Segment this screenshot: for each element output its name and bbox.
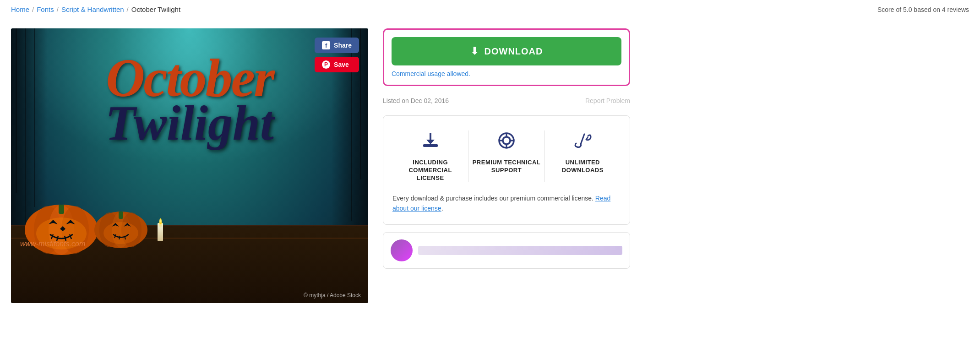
commercial-license-label: INCLUDING COMMERCIALLICENSE (392, 159, 468, 182)
breadcrumb-sep-3: / (127, 5, 129, 13)
main-content: October Twilight f Share P Save www-mist… (0, 19, 641, 312)
save-label: Save (334, 61, 349, 68)
commercial-license-icon (420, 130, 441, 153)
listed-date: Listed on Dec 02, 2016 (383, 97, 449, 104)
breadcrumb-sep-2: / (57, 5, 59, 13)
download-icon: ⬇ (470, 45, 479, 57)
svg-point-18 (103, 222, 138, 244)
share-label: Share (334, 42, 352, 49)
download-section: ⬇ DOWNLOAD Commercial usage allowed. (383, 28, 630, 86)
right-panel: ⬇ DOWNLOAD Commercial usage allowed. Lis… (383, 28, 630, 303)
overlay-buttons: f Share P Save (315, 38, 359, 72)
breadcrumb-category[interactable]: Script & Handwritten (61, 5, 124, 13)
unlimited-downloads-label: UNLIMITED DOWNLOADS (545, 159, 621, 174)
share-button[interactable]: f Share (315, 38, 359, 53)
twilight-text: Twilight (11, 98, 368, 148)
breadcrumb: Home / Fonts / Script & Handwritten / Oc… (0, 0, 980, 19)
watermark-text: www-mistifonts.com (20, 240, 85, 248)
pumpkin-right-svg (91, 195, 151, 250)
font-preview-image: October Twilight f Share P Save www-mist… (11, 28, 368, 303)
license-description: Every download & purchase includes our p… (392, 193, 621, 214)
technical-support-label: PREMIUM TECHNICALSUPPORT (473, 159, 541, 174)
avatar (391, 239, 413, 261)
unlimited-downloads-icon (572, 130, 593, 153)
teaser-content-placeholder (418, 246, 622, 255)
save-button[interactable]: P Save (315, 57, 359, 72)
pinterest-icon: P (322, 60, 330, 69)
download-button[interactable]: ⬇ DOWNLOAD (392, 37, 621, 65)
breadcrumb-home[interactable]: Home (11, 5, 29, 13)
breadcrumb-current: October Twilight (131, 5, 180, 13)
report-problem-link[interactable]: Report Problem (585, 97, 630, 104)
breadcrumb-fonts[interactable]: Fonts (37, 5, 54, 13)
score-text: Score of 5.0 based on 4 reviews (877, 6, 969, 13)
unlimited-downloads-feature: UNLIMITED DOWNLOADS (545, 130, 621, 182)
listed-row: Listed on Dec 02, 2016 Report Problem (383, 93, 630, 108)
technical-support-feature: PREMIUM TECHNICALSUPPORT (468, 130, 544, 182)
license-text-content: Every download & purchase includes our p… (392, 195, 593, 202)
breadcrumb-sep-1: / (32, 5, 34, 13)
commercial-license-feature: INCLUDING COMMERCIALLICENSE (392, 130, 468, 182)
copyright-text: © mythja / Adobe Stock (304, 292, 361, 298)
technical-support-icon (496, 130, 517, 153)
features-box: INCLUDING COMMERCIALLICENSE (383, 115, 630, 225)
svg-point-26 (503, 137, 510, 144)
svg-rect-24 (423, 144, 438, 147)
svg-rect-4 (59, 205, 64, 214)
bottom-teaser (383, 232, 630, 269)
svg-rect-17 (119, 212, 123, 219)
download-label: DOWNLOAD (485, 46, 543, 57)
features-icons-row: INCLUDING COMMERCIALLICENSE (392, 130, 621, 182)
facebook-icon: f (322, 41, 330, 49)
preview-background: October Twilight f Share P Save www-mist… (11, 28, 368, 303)
commercial-usage-link[interactable]: Commercial usage allowed. (392, 70, 621, 77)
